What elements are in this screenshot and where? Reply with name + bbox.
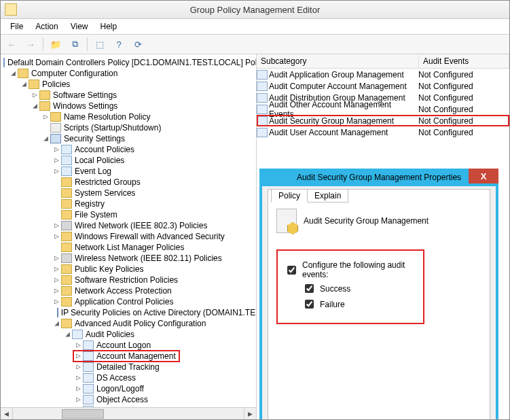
expander-icon[interactable]: ▷ bbox=[74, 362, 83, 372]
scroll-right-icon[interactable]: ▶ bbox=[244, 408, 256, 419]
tree-name-resolution[interactable]: ▷Name Resolution Policy bbox=[3, 111, 256, 122]
expander-icon[interactable]: ▷ bbox=[52, 144, 61, 155]
expander-icon[interactable]: ▷ bbox=[52, 253, 61, 264]
folder-icon bbox=[18, 69, 29, 78]
expander-icon[interactable]: ◢ bbox=[52, 318, 61, 329]
tree-detailed-tracking[interactable]: ▷Detailed Tracking bbox=[3, 362, 256, 372]
expander-icon[interactable]: ◢ bbox=[9, 68, 18, 79]
expander-icon[interactable]: ▷ bbox=[52, 231, 61, 242]
list-row[interactable]: Audit Application Group ManagementNot Co… bbox=[257, 69, 509, 80]
expander-icon[interactable]: ◢ bbox=[41, 133, 50, 144]
tree-software-settings[interactable]: ▷Software Settings bbox=[3, 90, 256, 101]
tab-explain[interactable]: Explain bbox=[307, 189, 348, 203]
list-row[interactable]: Audit Computer Account ManagementNot Con… bbox=[257, 80, 509, 92]
expander-icon[interactable]: ▷ bbox=[31, 90, 39, 101]
tree-public-key[interactable]: ▷Public Key Policies bbox=[3, 264, 256, 275]
tree-windows-firewall[interactable]: ▷Windows Firewall with Advanced Security bbox=[3, 231, 256, 242]
tree-software-restriction[interactable]: ▷Software Restriction Policies bbox=[3, 275, 256, 285]
tree-event-log[interactable]: ▷Event Log bbox=[3, 166, 256, 177]
tree-registry[interactable]: Registry bbox=[3, 198, 256, 209]
tree-local-policies[interactable]: ▷Local Policies bbox=[3, 155, 256, 166]
tree-computer-config[interactable]: ◢Computer Configuration bbox=[3, 68, 256, 79]
scroll-left-icon[interactable]: ◀ bbox=[1, 408, 13, 419]
tree-wired-policies[interactable]: ▷Wired Network (IEEE 802.3) Policies bbox=[3, 220, 256, 231]
tree-horizontal-scrollbar[interactable]: ◀ ▶ bbox=[1, 407, 256, 419]
tree-wireless-policies[interactable]: ▷Wireless Network (IEEE 802.11) Policies bbox=[3, 253, 256, 264]
column-subcategory[interactable]: Subcategory bbox=[257, 54, 419, 68]
tree-restricted-groups[interactable]: Restricted Groups bbox=[3, 177, 256, 188]
success-checkbox[interactable]: Success bbox=[302, 282, 414, 295]
expander-icon[interactable]: ▷ bbox=[52, 296, 61, 307]
configure-checkbox[interactable]: Configure the following audit events: bbox=[285, 260, 414, 279]
expander-icon[interactable]: ▷ bbox=[74, 340, 83, 351]
tree-object-access[interactable]: ▷Object Access bbox=[3, 394, 256, 405]
tree-audit-policies[interactable]: ◢Audit Policies bbox=[3, 329, 256, 340]
folder-icon bbox=[39, 101, 50, 111]
expander-icon[interactable]: ▷ bbox=[52, 275, 61, 285]
menu-bar: File Action View Help bbox=[1, 19, 509, 35]
tree-windows-settings[interactable]: ◢Windows Settings bbox=[3, 101, 256, 111]
failure-checkbox-input[interactable] bbox=[305, 300, 314, 309]
scroll-thumb[interactable] bbox=[62, 409, 104, 419]
window-title: Group Policy Management Editor bbox=[190, 5, 320, 15]
expander-icon[interactable]: ▷ bbox=[52, 285, 61, 296]
tree-security-settings[interactable]: ◢Security Settings bbox=[3, 133, 256, 144]
nav-forward-button[interactable]: → bbox=[22, 36, 39, 52]
expander-icon[interactable]: ◢ bbox=[63, 329, 72, 340]
expander-icon[interactable]: ▷ bbox=[74, 372, 83, 383]
audit-events-box: Configure the following audit events: Su… bbox=[276, 249, 424, 324]
expander-icon[interactable]: ▷ bbox=[74, 351, 83, 362]
list-row[interactable]: Audit User Account ManagementNot Configu… bbox=[257, 126, 509, 138]
tab-policy[interactable]: Policy bbox=[271, 189, 308, 203]
show-hide-button[interactable]: ⬚ bbox=[92, 36, 108, 52]
console-tree[interactable]: Default Domain Controllers Policy [DC1.D… bbox=[1, 54, 256, 407]
tree-account-logon[interactable]: ▷Account Logon bbox=[3, 340, 256, 351]
tree-root[interactable]: Default Domain Controllers Policy [DC1.D… bbox=[3, 57, 256, 68]
expander-icon[interactable]: ▷ bbox=[74, 394, 83, 405]
expander-icon[interactable]: ◢ bbox=[20, 79, 29, 90]
menu-help[interactable]: Help bbox=[95, 20, 123, 33]
dialog-close-button[interactable]: X bbox=[469, 169, 498, 183]
expander-icon[interactable]: ▷ bbox=[52, 155, 61, 166]
refresh-button[interactable]: ⟳ bbox=[130, 36, 146, 52]
list-body[interactable]: Audit Application Group ManagementNot Co… bbox=[257, 69, 509, 138]
menu-action[interactable]: Action bbox=[30, 20, 63, 33]
tree-ipsec[interactable]: IP Security Policies on Active Directory… bbox=[3, 307, 256, 318]
expander-icon[interactable]: ▷ bbox=[74, 383, 83, 394]
tree-file-system[interactable]: File System bbox=[3, 209, 256, 220]
success-checkbox-input[interactable] bbox=[305, 284, 314, 293]
up-folder-button[interactable]: 📁 bbox=[48, 36, 64, 52]
audit-icon bbox=[83, 373, 94, 383]
configure-checkbox-input[interactable] bbox=[287, 266, 296, 275]
list-row[interactable]: Audit Security Group ManagementNot Confi… bbox=[257, 115, 509, 126]
tree-system-services[interactable]: System Services bbox=[3, 188, 256, 198]
script-icon bbox=[50, 123, 61, 133]
tree-app-control[interactable]: ▷Application Control Policies bbox=[3, 296, 256, 307]
menu-view[interactable]: View bbox=[65, 20, 94, 33]
menu-file[interactable]: File bbox=[5, 20, 29, 33]
properties-button[interactable]: ⧉ bbox=[67, 36, 83, 52]
expander-icon[interactable]: ▷ bbox=[52, 264, 61, 275]
dialog-titlebar[interactable]: Audit Security Group Management Properti… bbox=[259, 169, 498, 186]
list-row[interactable]: Audit Other Account Management EventsNot… bbox=[257, 103, 509, 115]
tree-scripts[interactable]: Scripts (Startup/Shutdown) bbox=[3, 122, 256, 133]
tree-account-management[interactable]: ▷Account Management bbox=[3, 351, 256, 362]
tree-advanced-audit[interactable]: ◢Advanced Audit Policy Configuration bbox=[3, 318, 256, 329]
expander-icon[interactable]: ◢ bbox=[31, 101, 39, 111]
tree-nap[interactable]: ▷Network Access Protection bbox=[3, 285, 256, 296]
list-header: Subcategory Audit Events bbox=[257, 54, 509, 69]
nav-back-button[interactable]: ← bbox=[3, 36, 20, 52]
expander-icon[interactable]: ▷ bbox=[52, 220, 61, 231]
tree-logon-logoff[interactable]: ▷Logon/Logoff bbox=[3, 383, 256, 394]
help-button[interactable]: ? bbox=[111, 36, 127, 52]
failure-checkbox[interactable]: Failure bbox=[302, 298, 414, 311]
expander-icon[interactable]: ▷ bbox=[41, 111, 50, 122]
tree-ds-access[interactable]: ▷DS Access bbox=[3, 372, 256, 383]
audit-icon bbox=[83, 384, 94, 393]
tree-network-list-manager[interactable]: Network List Manager Policies bbox=[3, 242, 256, 253]
expander-icon[interactable]: ▷ bbox=[52, 166, 61, 177]
column-audit-events[interactable]: Audit Events bbox=[419, 54, 509, 68]
list-item-value: Not Configured bbox=[414, 93, 509, 103]
tree-policies[interactable]: ◢Policies bbox=[3, 79, 256, 90]
tree-account-policies[interactable]: ▷Account Policies bbox=[3, 144, 256, 155]
